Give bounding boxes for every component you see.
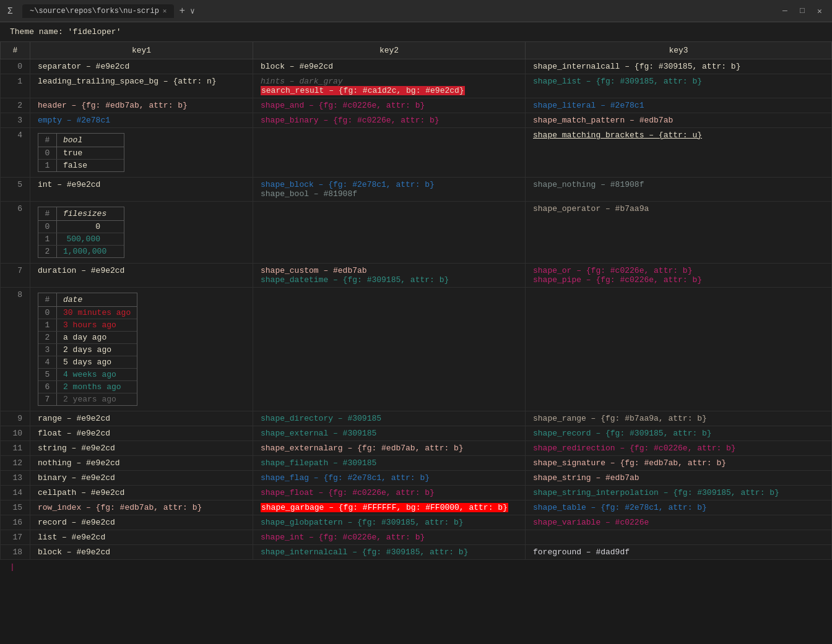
cell-key1: block – #e9e2cd <box>30 545 253 560</box>
tab-chevron-icon[interactable]: ∨ <box>190 6 195 16</box>
cell-key1: cellpath – #e9e2cd <box>30 486 253 500</box>
table-row: 5 int – #e9e2cd shape_block – {fg: #2e78… <box>1 178 832 202</box>
row-index: 17 <box>1 530 30 545</box>
cell-key3: shape_internalcall – {fg: #309185, attr:… <box>526 59 832 74</box>
cell-key3: shape_string_interpolation – {fg: #30918… <box>526 486 832 500</box>
row-index: 7 <box>1 264 30 288</box>
table-row: 15 row_index – {fg: #edb7ab, attr: b} sh… <box>1 500 832 515</box>
cell-key3: foreground – #dad9df <box>526 545 832 560</box>
cell-key1: int – #e9e2cd <box>30 178 253 202</box>
table-row: 18 block – #e9e2cd shape_internalcall – … <box>1 545 832 560</box>
col-header-index: # <box>1 42 30 59</box>
minimize-button[interactable]: — <box>780 6 790 16</box>
row-index: 12 <box>1 456 30 471</box>
close-button[interactable]: ✕ <box>815 6 825 16</box>
cell-key3 <box>526 530 832 545</box>
row-index: 11 <box>1 441 30 456</box>
new-tab-button[interactable]: + <box>179 6 185 17</box>
tab[interactable]: ~\source\repos\forks\nu-scrip ✕ <box>22 4 174 18</box>
cell-key1: duration – #e9e2cd <box>30 264 253 288</box>
cell-key1: float – #e9e2cd <box>30 426 253 441</box>
cell-key2: shape_binary – {fg: #c0226e, attr: b} <box>253 113 526 128</box>
cell-key3: shape_redirection – {fg: #c0226e, attr: … <box>526 441 832 456</box>
row-index: 9 <box>1 411 30 426</box>
table-row: 16 record – #e9e2cd shape_globpattern – … <box>1 515 832 530</box>
cell-key1: record – #e9e2cd <box>30 515 253 530</box>
cell-key2 <box>253 202 526 264</box>
table-row: 13 binary – #e9e2cd shape_flag – {fg: #2… <box>1 471 832 486</box>
cell-key2: shape_globpattern – {fg: #309185, attr: … <box>253 515 526 530</box>
table-row: 8 # date 0 30 minutes ago 1 3 h <box>1 288 832 411</box>
cell-key2: shape_externalarg – {fg: #edb7ab, attr: … <box>253 441 526 456</box>
table-row: 4 # bool 0 true 1 false <box>1 128 832 178</box>
cursor-line: | <box>0 560 832 574</box>
row-index: 1 <box>1 74 30 98</box>
table-row: 7 duration – #e9e2cd shape_custom – #edb… <box>1 264 832 288</box>
cell-key3 <box>526 288 832 411</box>
row-index: 13 <box>1 471 30 486</box>
cell-key3: shape_or – {fg: #c0226e, attr: b} shape_… <box>526 264 832 288</box>
cell-key1: string – #e9e2cd <box>30 441 253 456</box>
tab-close-icon[interactable]: ✕ <box>163 7 167 15</box>
col-header-key1: key1 <box>30 42 253 59</box>
row-index: 10 <box>1 426 30 441</box>
row-index: 16 <box>1 515 30 530</box>
table-row: 14 cellpath – #e9e2cd shape_float – {fg:… <box>1 486 832 500</box>
cell-key2: block – #e9e2cd <box>253 59 526 74</box>
table-row: 3 empty – #2e78c1 shape_binary – {fg: #c… <box>1 113 832 128</box>
cell-key3: shape_signature – {fg: #edb7ab, attr: b} <box>526 456 832 471</box>
cursor-symbol: | <box>10 562 15 572</box>
table-row: 0 separator – #e9e2cd block – #e9e2cd sh… <box>1 59 832 74</box>
table-row: 1 leading_trailing_space_bg – {attr: n} … <box>1 74 832 98</box>
cell-key2: shape_and – {fg: #c0226e, attr: b} <box>253 98 526 113</box>
cell-key1: empty – #2e78c1 <box>30 113 253 128</box>
row-index: 4 <box>1 128 30 178</box>
row-index: 14 <box>1 486 30 500</box>
cell-key1: header – {fg: #edb7ab, attr: b} <box>30 98 253 113</box>
cell-key1: # date 0 30 minutes ago 1 3 hours ago <box>30 288 253 411</box>
col-header-key3: key3 <box>526 42 832 59</box>
row-index: 18 <box>1 545 30 560</box>
cell-key2: shape_directory – #309185 <box>253 411 526 426</box>
cell-key1: list – #e9e2cd <box>30 530 253 545</box>
window-controls: — □ ✕ <box>780 6 825 16</box>
row-index: 15 <box>1 500 30 515</box>
cell-key3: shape_matching_brackets – {attr: u} <box>526 128 832 178</box>
date-mini-table: # date 0 30 minutes ago 1 3 hours ago <box>38 293 137 406</box>
cell-key2: shape_external – #309185 <box>253 426 526 441</box>
col-header-key2: key2 <box>253 42 526 59</box>
row-index: 8 <box>1 288 30 411</box>
cell-key3: shape_literal – #2e78c1 <box>526 98 832 113</box>
cell-key3: shape_string – #edb7ab <box>526 471 832 486</box>
restore-button[interactable]: □ <box>797 6 807 16</box>
cell-key2: shape_block – {fg: #2e78c1, attr: b} sha… <box>253 178 526 202</box>
cell-key2: shape_internalcall – {fg: #309185, attr:… <box>253 545 526 560</box>
cell-key1: nothing – #e9e2cd <box>30 456 253 471</box>
table-row: 6 # filesizes 0 0 1 500,000 <box>1 202 832 264</box>
app-icon: Σ <box>7 6 17 16</box>
table-row: 10 float – #e9e2cd shape_external – #309… <box>1 426 832 441</box>
filesizes-mini-table: # filesizes 0 0 1 500,000 2 <box>38 207 124 258</box>
cell-key3: shape_table – {fg: #2e78c1, attr: b} <box>526 500 832 515</box>
cell-key3: shape_record – {fg: #309185, attr: b} <box>526 426 832 441</box>
cell-key1: range – #e9e2cd <box>30 411 253 426</box>
cell-key1: # bool 0 true 1 false <box>30 128 253 178</box>
theme-text: Theme name: 'fideloper' <box>10 27 121 36</box>
cell-key1: row_index – {fg: #edb7ab, attr: b} <box>30 500 253 515</box>
table-row: 12 nothing – #e9e2cd shape_filepath – #3… <box>1 456 832 471</box>
bool-mini-table: # bool 0 true 1 false <box>38 133 124 172</box>
cell-key2 <box>253 128 526 178</box>
theme-line: Theme name: 'fideloper' <box>0 22 832 41</box>
cell-key2: shape_custom – #edb7ab shape_datetime – … <box>253 264 526 288</box>
table-row: 11 string – #e9e2cd shape_externalarg – … <box>1 441 832 456</box>
tab-label: ~\source\repos\forks\nu-scrip <box>30 7 159 15</box>
cell-key2: shape_float – {fg: #c0226e, attr: b} <box>253 486 526 500</box>
cell-key3: shape_match_pattern – #edb7ab <box>526 113 832 128</box>
cell-key2: hints – dark_gray search_result – {fg: #… <box>253 74 526 98</box>
cell-key2: shape_garbage – {fg: #FFFFFF, bg: #FF000… <box>253 500 526 515</box>
main-content: # key1 key2 key3 0 separator – #e9e2cd b… <box>0 41 832 560</box>
cell-key2: shape_filepath – #309185 <box>253 456 526 471</box>
cell-key1: leading_trailing_space_bg – {attr: n} <box>30 74 253 98</box>
table-row: 2 header – {fg: #edb7ab, attr: b} shape_… <box>1 98 832 113</box>
row-index: 0 <box>1 59 30 74</box>
